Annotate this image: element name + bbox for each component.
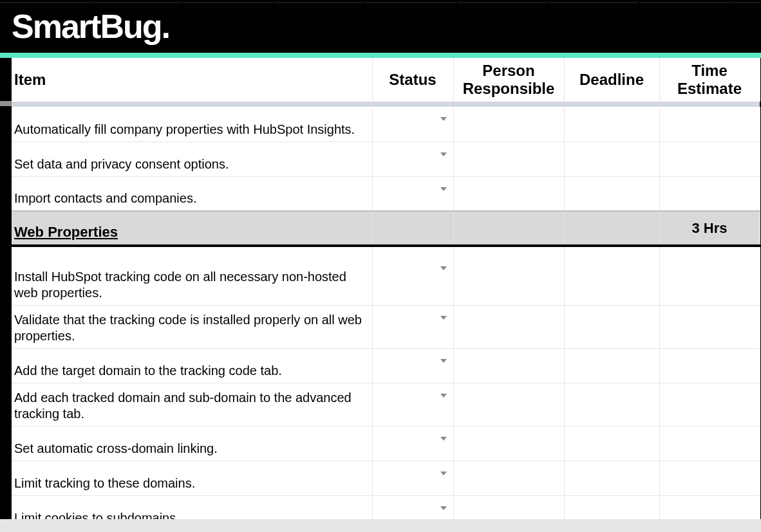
col-header-status: Status	[372, 58, 453, 102]
section-status	[372, 211, 453, 246]
task-item: Limit tracking to these domains.	[12, 461, 372, 495]
status-dropdown[interactable]	[372, 461, 453, 495]
left-gutter	[0, 101, 12, 519]
chevron-down-icon	[440, 266, 447, 270]
chevron-down-icon	[440, 437, 447, 441]
status-dropdown[interactable]	[372, 176, 453, 211]
table-row: Add the target domain to the tracking co…	[12, 348, 760, 383]
time-cell[interactable]	[659, 142, 760, 176]
section-person	[453, 211, 564, 246]
person-cell[interactable]	[453, 426, 564, 461]
deadline-cell[interactable]	[564, 461, 659, 495]
status-dropdown[interactable]	[372, 107, 453, 142]
table-row: Automatically fill company properties wi…	[12, 107, 760, 142]
status-dropdown[interactable]	[372, 348, 453, 383]
col-header-time: Time Estimate	[659, 58, 760, 102]
person-cell[interactable]	[453, 348, 564, 383]
table-row: Set data and privacy consent options.	[12, 142, 760, 176]
table-row: Set automatic cross-domain linking.	[12, 426, 760, 461]
deadline-cell[interactable]	[564, 348, 659, 383]
table-row: Validate that the tracking code is insta…	[12, 305, 760, 348]
chevron-down-icon	[440, 394, 447, 398]
chevron-down-icon	[440, 117, 447, 121]
task-item: Install HubSpot tracking code on all nec…	[12, 246, 372, 305]
deadline-cell[interactable]	[564, 107, 659, 142]
person-cell[interactable]	[453, 383, 564, 426]
col-header-item: Item	[12, 58, 372, 102]
spreadsheet: Item Status Person Responsible Deadline …	[12, 58, 760, 531]
task-item: Add each tracked domain and sub-domain t…	[12, 383, 372, 426]
deadline-cell[interactable]	[564, 142, 659, 176]
section-title: Web Properties	[12, 211, 372, 246]
section-deadline	[564, 211, 659, 246]
time-cell[interactable]	[659, 107, 760, 142]
time-cell[interactable]	[659, 176, 760, 211]
chevron-down-icon	[440, 359, 447, 363]
status-dropdown[interactable]	[372, 383, 453, 426]
header-row: Item Status Person Responsible Deadline …	[12, 58, 760, 102]
chevron-down-icon	[440, 472, 447, 475]
time-cell[interactable]	[659, 348, 760, 383]
checklist-table: Item Status Person Responsible Deadline …	[12, 58, 760, 531]
deadline-cell[interactable]	[564, 305, 659, 348]
status-dropdown[interactable]	[372, 142, 453, 176]
person-cell[interactable]	[453, 176, 564, 211]
status-dropdown[interactable]	[372, 246, 453, 305]
col-header-deadline: Deadline	[564, 58, 659, 102]
header-bar: SmartBug.	[0, 0, 761, 53]
table-row: Import contacts and companies.	[12, 176, 760, 211]
accent-bar	[0, 53, 761, 58]
bottom-scrollbar[interactable]	[0, 519, 761, 532]
table-row: Limit tracking to these domains.	[12, 461, 760, 495]
time-cell[interactable]	[659, 426, 760, 461]
chevron-down-icon	[440, 316, 447, 320]
time-cell[interactable]	[659, 246, 760, 305]
status-dropdown[interactable]	[372, 426, 453, 461]
chevron-down-icon	[440, 506, 447, 510]
person-cell[interactable]	[453, 305, 564, 348]
brand-logo: SmartBug.	[0, 2, 761, 46]
col-header-person: Person Responsible	[453, 58, 564, 102]
table-row: Add each tracked domain and sub-domain t…	[12, 383, 760, 426]
person-cell[interactable]	[453, 246, 564, 305]
header-divider	[12, 102, 760, 107]
time-cell[interactable]	[659, 461, 760, 495]
status-dropdown[interactable]	[372, 305, 453, 348]
chevron-down-icon	[440, 152, 447, 156]
deadline-cell[interactable]	[564, 176, 659, 211]
deadline-cell[interactable]	[564, 426, 659, 461]
person-cell[interactable]	[453, 107, 564, 142]
section-time-estimate: 3 Hrs	[659, 211, 760, 246]
task-item: Add the target domain to the tracking co…	[12, 348, 372, 383]
person-cell[interactable]	[453, 461, 564, 495]
task-item: Set automatic cross-domain linking.	[12, 426, 372, 461]
task-item: Validate that the tracking code is insta…	[12, 305, 372, 348]
person-cell[interactable]	[453, 142, 564, 176]
time-cell[interactable]	[659, 305, 760, 348]
table-row: Install HubSpot tracking code on all nec…	[12, 246, 760, 305]
task-item: Automatically fill company properties wi…	[12, 107, 372, 142]
task-item: Set data and privacy consent options.	[12, 142, 372, 176]
chevron-down-icon	[440, 187, 447, 191]
time-cell[interactable]	[659, 383, 760, 426]
section-row: Web Properties3 Hrs	[12, 211, 760, 246]
deadline-cell[interactable]	[564, 383, 659, 426]
task-item: Import contacts and companies.	[12, 176, 372, 211]
deadline-cell[interactable]	[564, 246, 659, 305]
